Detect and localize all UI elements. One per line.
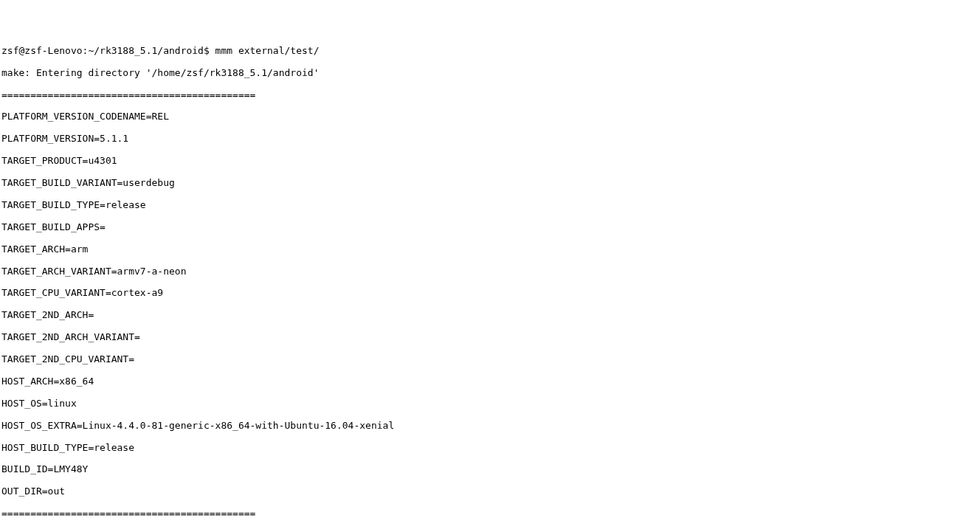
terminal-line: TARGET_2ND_CPU_VARIANT= xyxy=(1,354,979,365)
terminal-line: ========================================… xyxy=(1,508,979,518)
terminal-line: PLATFORM_VERSION_CODENAME=REL xyxy=(1,111,979,122)
terminal-line: TARGET_ARCH_VARIANT=armv7-a-neon xyxy=(1,266,979,277)
terminal-line: BUILD_ID=LMY48Y xyxy=(1,464,979,475)
terminal-line: HOST_BUILD_TYPE=release xyxy=(1,443,979,454)
terminal-line: HOST_OS=linux xyxy=(1,398,979,410)
terminal-line: TARGET_BUILD_TYPE=release xyxy=(1,200,979,211)
terminal-line: TARGET_2ND_ARCH= xyxy=(1,310,979,321)
terminal-line: TARGET_PRODUCT=u4301 xyxy=(1,156,979,167)
terminal-line: TARGET_BUILD_APPS= xyxy=(1,222,979,233)
terminal-line: PLATFORM_VERSION=5.1.1 xyxy=(1,134,979,145)
terminal-line: ========================================… xyxy=(1,90,979,101)
terminal-line: TARGET_2ND_ARCH_VARIANT= xyxy=(1,332,979,343)
terminal-line: make: Entering directory '/home/zsf/rk31… xyxy=(1,68,979,79)
terminal-line: TARGET_BUILD_VARIANT=userdebug xyxy=(1,178,979,189)
terminal-line: TARGET_ARCH=arm xyxy=(1,244,979,255)
terminal-output[interactable]: zsf@zsf-Lenovo:~/rk3188_5.1/android$ mmm… xyxy=(1,46,979,518)
terminal-line: zsf@zsf-Lenovo:~/rk3188_5.1/android$ mmm… xyxy=(1,46,979,57)
terminal-line: HOST_ARCH=x86_64 xyxy=(1,376,979,387)
terminal-line: TARGET_CPU_VARIANT=cortex-a9 xyxy=(1,288,979,299)
terminal-line: OUT_DIR=out xyxy=(1,486,979,497)
terminal-line: HOST_OS_EXTRA=Linux-4.4.0-81-generic-x86… xyxy=(1,421,979,432)
